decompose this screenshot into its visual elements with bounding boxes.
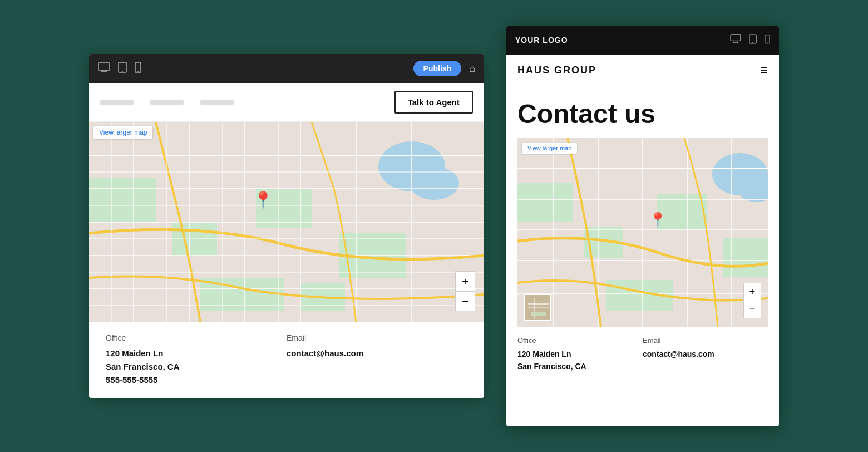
svg-point-16 [409, 166, 459, 200]
right-tablet-icon[interactable] [749, 34, 757, 46]
svg-rect-46 [517, 183, 573, 222]
right-office-col: Office 120 Maiden LnSan Francisco, CA [517, 336, 643, 373]
right-contact-info: Office 120 Maiden LnSan Francisco, CA Em… [517, 327, 768, 382]
right-panel: YOUR LOGO [506, 26, 779, 426]
svg-point-5 [122, 71, 123, 72]
contact-heading: Contact us [517, 100, 768, 129]
left-zoom-out-button[interactable]: − [455, 291, 475, 311]
nav-placeholder-3 [200, 100, 234, 105]
left-toolbar: Publish ⌂ [89, 54, 484, 83]
right-view-larger-map[interactable]: View larger map [522, 143, 577, 154]
right-toolbar: YOUR LOGO [506, 26, 779, 55]
left-map-container: 📍 View larger map + − [89, 122, 484, 322]
right-nav: HAUS GROUP ≡ [506, 55, 779, 86]
right-zoom-out-button[interactable]: − [743, 301, 761, 318]
publish-button[interactable]: Publish [413, 61, 462, 76]
left-office-value: 120 Maiden LnSan Francisco, CA555-555-55… [106, 347, 287, 387]
left-view-larger-map[interactable]: View larger map [93, 126, 152, 139]
tablet-icon[interactable] [118, 62, 127, 76]
mobile-icon[interactable] [135, 62, 141, 76]
svg-rect-67 [531, 312, 546, 316]
svg-rect-0 [98, 63, 110, 70]
left-panel: Publish ⌂ Talk to Agent [89, 54, 484, 398]
svg-rect-9 [89, 178, 156, 222]
left-nav: Talk to Agent [89, 83, 484, 122]
right-email-col: Email contact@haus.com [643, 336, 768, 373]
svg-point-44 [767, 42, 768, 43]
left-email-value: contact@haus.com [287, 347, 467, 360]
right-map-container: 📍 View larger map + − [517, 138, 768, 327]
left-email-label: Email [287, 333, 467, 342]
right-map-thumbnail [524, 294, 551, 321]
left-zoom-controls: + − [455, 271, 475, 311]
right-device-icons [730, 34, 770, 46]
left-zoom-in-button[interactable]: + [455, 271, 475, 291]
nav-placeholder-1 [100, 100, 134, 105]
left-office-label: Office [106, 333, 287, 342]
right-office-value: 120 Maiden LnSan Francisco, CA [517, 348, 643, 373]
right-logo: YOUR LOGO [515, 36, 568, 45]
desktop-icon[interactable] [98, 62, 110, 75]
hamburger-icon[interactable]: ≡ [760, 62, 768, 78]
svg-rect-65 [528, 307, 549, 308]
right-zoom-in-button[interactable]: + [743, 283, 761, 301]
right-desktop-icon[interactable] [730, 34, 741, 46]
svg-rect-37 [731, 35, 741, 41]
right-office-label: Office [517, 336, 643, 345]
right-email-label: Email [643, 336, 768, 345]
nav-placeholder-2 [150, 100, 184, 105]
right-map-pin: 📍 [649, 212, 667, 229]
right-brand: HAUS GROUP [517, 65, 596, 76]
svg-rect-64 [528, 303, 549, 305]
right-content: Contact us [506, 86, 779, 426]
left-map-pin: 📍 [253, 190, 273, 210]
svg-point-7 [137, 71, 139, 72]
left-email-col: Email contact@haus.com [287, 333, 467, 387]
left-office-col: Office 120 Maiden LnSan Francisco, CA555… [106, 333, 287, 387]
right-mobile-icon[interactable] [765, 34, 770, 46]
svg-rect-49 [723, 238, 768, 277]
talk-to-agent-button[interactable]: Talk to Agent [394, 91, 473, 114]
left-device-icons [98, 62, 141, 76]
right-zoom-controls: + − [743, 283, 761, 318]
left-contact-info: Office 120 Maiden LnSan Francisco, CA555… [89, 322, 484, 398]
right-email-value: contact@haus.com [643, 348, 768, 360]
svg-point-42 [752, 42, 753, 43]
home-icon[interactable]: ⌂ [469, 63, 475, 75]
